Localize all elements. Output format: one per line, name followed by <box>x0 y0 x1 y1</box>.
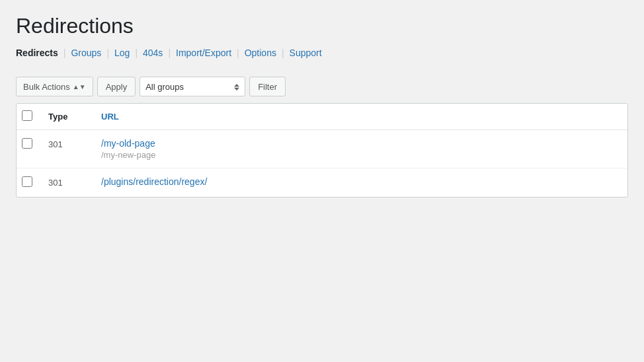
nav-bar: Redirects | Groups | Log | 404s | Import… <box>16 48 628 58</box>
redirects-table-container: Type URL 301 /my-old-page /my-new-page <box>16 103 628 198</box>
nav-item-groups[interactable]: Groups <box>71 48 101 58</box>
table-header: Type URL <box>17 104 627 130</box>
header-type-label: Type <box>48 112 67 122</box>
filter-button[interactable]: Filter <box>249 77 286 96</box>
bulk-actions-label: Bulk Actions <box>23 82 70 92</box>
apply-button[interactable]: Apply <box>97 77 136 96</box>
row-2-url-cell: /plugins/redirection/regex/ <box>93 168 627 198</box>
row-1-url-cell: /my-old-page /my-new-page <box>93 130 627 168</box>
nav-separator-4: | <box>168 48 171 58</box>
nav-item-support[interactable]: Support <box>290 48 322 58</box>
table-row: 301 /my-old-page /my-new-page <box>17 130 627 168</box>
nav-separator-6: | <box>282 48 284 58</box>
row-1-type: 301 <box>48 139 63 149</box>
row-2-type-cell: 301 <box>40 168 93 198</box>
header-url-label: URL <box>101 112 119 122</box>
groups-select[interactable]: All groups Default Group <box>140 77 245 96</box>
nav-separator-1: | <box>63 48 66 58</box>
table-row: 301 /plugins/redirection/regex/ <box>17 168 627 198</box>
select-all-checkbox[interactable] <box>22 110 32 121</box>
row-2-type: 301 <box>48 178 63 188</box>
nav-item-redirects[interactable]: Redirects <box>16 48 58 58</box>
row-1-type-cell: 301 <box>40 130 93 168</box>
table-body: 301 /my-old-page /my-new-page 301 /plugi… <box>17 130 627 198</box>
groups-select-wrapper: All groups Default Group <box>140 77 245 96</box>
header-url-col: URL <box>93 104 627 130</box>
nav-item-404s[interactable]: 404s <box>143 48 163 58</box>
nav-separator-5: | <box>237 48 239 58</box>
page-title: Redirections <box>16 13 628 38</box>
toolbar: Bulk Actions ▲▼ Apply All groups Default… <box>16 71 628 102</box>
row-2-checkbox[interactable] <box>22 176 32 187</box>
bulk-actions-arrow-icon: ▲▼ <box>73 83 86 90</box>
header-type-col: Type <box>40 104 93 130</box>
bulk-actions-button[interactable]: Bulk Actions ▲▼ <box>16 77 93 96</box>
nav-item-import-export[interactable]: Import/Export <box>176 48 231 58</box>
nav-item-log[interactable]: Log <box>114 48 130 58</box>
row-1-primary-url[interactable]: /my-old-page <box>101 138 620 149</box>
nav-separator-3: | <box>135 48 138 58</box>
row-1-secondary-url: /my-new-page <box>101 150 620 160</box>
row-1-check-cell <box>17 130 40 168</box>
nav-item-options[interactable]: Options <box>245 48 276 58</box>
row-2-check-cell <box>17 168 40 198</box>
header-check-col <box>17 104 40 130</box>
row-2-primary-url[interactable]: /plugins/redirection/regex/ <box>101 176 620 187</box>
nav-separator-2: | <box>106 48 109 58</box>
redirects-table: Type URL 301 /my-old-page /my-new-page <box>17 104 627 197</box>
row-1-checkbox[interactable] <box>22 138 32 149</box>
